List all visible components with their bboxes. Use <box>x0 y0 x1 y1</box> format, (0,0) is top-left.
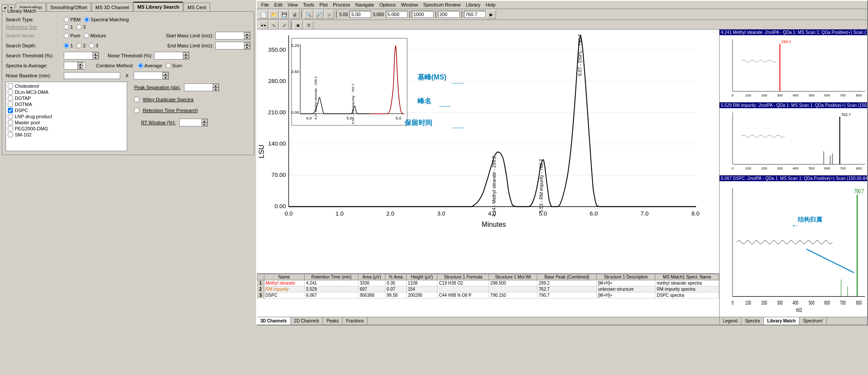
spectral-radio[interactable] <box>84 17 89 22</box>
start-mass-spinner[interactable]: 150.00 ▲ ▼ <box>215 32 250 40</box>
noise-threshold-spinner[interactable]: 10.000 ▲ ▼ <box>154 52 189 60</box>
tb-val2-input[interactable] <box>386 11 408 18</box>
checkbox-lnp-input[interactable] <box>8 114 13 119</box>
peak-sep-input[interactable]: 1.0000 <box>184 84 213 90</box>
checkbox-cholesterol[interactable]: Cholesterol <box>7 83 126 89</box>
rt-window-up[interactable]: ▲ <box>201 119 207 123</box>
tab-2d-channels[interactable]: 2D Channels <box>291 317 323 325</box>
tb-zoom-out[interactable]: 🔎 <box>314 10 324 19</box>
spectra-avg-input[interactable]: 5 <box>64 63 77 69</box>
checkbox-dotap[interactable]: DOTAP <box>7 95 126 101</box>
spectrum-tab-libmatch[interactable]: Library Match <box>764 317 800 325</box>
multiply-up[interactable]: ▲ <box>162 72 168 76</box>
depth1-radio-label[interactable]: 1 <box>64 43 73 48</box>
depth2-radio[interactable] <box>76 43 82 48</box>
tb-open[interactable]: 📂 <box>269 10 279 19</box>
menu-process[interactable]: Process <box>330 2 353 8</box>
average-radio-label[interactable]: Average <box>138 63 162 68</box>
tb2-btn5[interactable]: ☰ <box>304 21 313 30</box>
menu-file[interactable]: File <box>259 2 272 8</box>
tb2-btn1[interactable]: ◄► <box>259 21 268 30</box>
spectra-avg-up[interactable]: ▲ <box>77 62 83 66</box>
checkbox-master-input[interactable] <box>8 120 13 125</box>
depth2-radio-label[interactable]: 2 <box>76 43 85 48</box>
checkbox-dspc[interactable]: DSPC <box>7 107 126 113</box>
tb2-btn3[interactable]: ⤢ <box>279 21 289 30</box>
ref3-radio-label[interactable]: 3 <box>76 24 85 30</box>
checkbox-master[interactable]: Master pool <box>7 119 126 126</box>
noise-baseline-input[interactable] <box>64 72 120 79</box>
tb-mz-input[interactable] <box>464 11 486 18</box>
spectrum1-plot[interactable]: 299.2 0 100 200 300 400 500 600 700 800 <box>720 35 867 103</box>
peak-sep-spinner[interactable]: 1.0000 ▲ ▼ <box>184 83 219 91</box>
tb-btn1[interactable]: ▶ <box>487 10 496 19</box>
threshold-down[interactable]: ▼ <box>92 56 99 59</box>
checkbox-dspc-input[interactable] <box>8 108 13 113</box>
tb-val3-input[interactable] <box>412 11 434 18</box>
checkbox-dotap-input[interactable] <box>8 96 13 101</box>
noise-threshold-up[interactable]: ▲ <box>183 52 189 56</box>
pure-radio-label[interactable]: Pure <box>64 33 80 38</box>
menu-view[interactable]: View <box>285 2 301 8</box>
multiply-input[interactable]: 1.000 <box>134 73 162 79</box>
menu-window[interactable]: Window <box>398 2 421 8</box>
start-mass-input[interactable]: 150.00 <box>216 33 244 39</box>
start-mass-down[interactable]: ▼ <box>244 36 250 39</box>
noise-threshold-down[interactable]: ▼ <box>183 56 189 59</box>
rt-presearch-checkbox[interactable] <box>134 108 139 113</box>
menu-spectrum-review[interactable]: Spectrum Review <box>421 2 463 8</box>
tb-new[interactable]: 📄 <box>259 10 268 19</box>
menu-tools[interactable]: Tools <box>300 2 317 8</box>
end-mass-up[interactable]: ▲ <box>244 42 250 46</box>
menu-edit[interactable]: Edit <box>272 2 285 8</box>
average-radio[interactable] <box>138 63 143 68</box>
end-mass-down[interactable]: ▼ <box>244 46 250 49</box>
tab-smoothing[interactable]: Smoothing/Offset <box>46 3 91 11</box>
checkbox-lnp[interactable]: LNP drug product <box>7 113 126 119</box>
peak-sep-up[interactable]: ▲ <box>213 84 219 87</box>
end-mass-input[interactable]: 840.00 <box>216 43 244 49</box>
tb-home[interactable]: ⌂ <box>325 10 334 19</box>
spectra-avg-spinner[interactable]: 5 ▲ ▼ <box>64 62 85 70</box>
sum-radio[interactable] <box>166 63 171 68</box>
checkbox-sm102-input[interactable] <box>8 132 13 137</box>
pure-radio[interactable] <box>64 33 69 38</box>
spectrum-tab-spectrum[interactable]: Spectrum! <box>799 317 827 325</box>
sum-radio-label[interactable]: Sum <box>166 63 182 68</box>
checkbox-sm102[interactable]: SM-102 <box>7 132 126 138</box>
menu-library[interactable]: Library <box>463 2 483 8</box>
start-mass-up[interactable]: ▲ <box>244 32 250 36</box>
menu-navigate[interactable]: Navigate <box>353 2 377 8</box>
mixture-radio[interactable] <box>84 33 89 38</box>
table-row[interactable]: 1 Methyl stearate 4.241 3336 0.35 1108 C… <box>257 280 719 286</box>
tb-zoom-in[interactable]: 🔍 <box>304 10 313 19</box>
menu-plot[interactable]: Plot <box>317 2 330 8</box>
tab-peaks[interactable]: Peaks <box>323 317 342 325</box>
ref1-radio-label[interactable]: 1 <box>64 24 73 30</box>
search-threshold-input[interactable]: 50.000 <box>64 53 92 59</box>
pbm-radio-label[interactable]: PBM <box>64 17 81 22</box>
multiply-down[interactable]: ▼ <box>162 76 168 79</box>
tab-mscent[interactable]: MS Cent <box>184 3 210 11</box>
depth1-radio[interactable] <box>64 43 69 48</box>
checkbox-peg-input[interactable] <box>8 126 13 131</box>
ref1-radio[interactable] <box>64 24 69 30</box>
compound-checkbox-list[interactable]: Cholesterol DLin-MC3-DMA DOTAP DOTMA <box>6 82 127 151</box>
multiply-spinner[interactable]: 1.000 ▲ ▼ <box>134 72 169 80</box>
tb-save[interactable]: 💾 <box>279 10 289 19</box>
tab-3d-channels[interactable]: 3D Channels <box>257 317 291 325</box>
rt-window-spinner[interactable]: 5.0 ▲ ▼ <box>179 119 208 126</box>
pbm-radio[interactable] <box>64 17 69 22</box>
tb-val1-input[interactable] <box>349 11 371 18</box>
depth3-radio[interactable] <box>89 43 94 48</box>
spectral-radio-label[interactable]: Spectral Matching <box>84 17 129 22</box>
tb-print[interactable]: 🖨 <box>290 10 299 19</box>
checkbox-dlin[interactable]: DLin-MC3-DMA <box>7 89 126 95</box>
search-threshold-spinner[interactable]: 50.000 ▲ ▼ <box>64 52 99 60</box>
rt-window-input[interactable]: 5.0 <box>180 119 201 126</box>
end-mass-spinner[interactable]: 840.00 ▲ ▼ <box>215 42 250 50</box>
spectra-avg-down[interactable]: ▼ <box>77 66 83 69</box>
menu-help[interactable]: Help <box>483 2 498 8</box>
depth3-radio-label[interactable]: 3 <box>89 43 98 48</box>
wiley-checkbox[interactable] <box>134 97 139 102</box>
